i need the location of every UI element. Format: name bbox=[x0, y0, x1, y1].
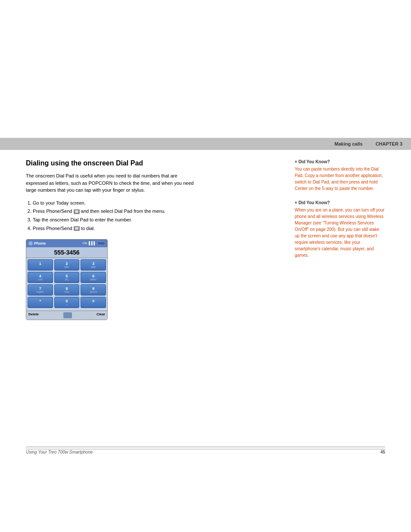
keypad-row-4: * 0+ # bbox=[28, 297, 106, 308]
step-2: Press Phone/Send ☎ and then select Dial … bbox=[33, 207, 194, 216]
phone-keypad: 1 2ABC 3DEF 4GHI 5JKL 6MNO 7PQRS 8TUV 9W… bbox=[26, 258, 107, 311]
keypad-row-1: 1 2ABC 3DEF bbox=[28, 259, 106, 271]
dyk2-text: When you are on a plane, you can turn of… bbox=[295, 207, 385, 258]
step-4: Press Phone/Send ☎ to dial. bbox=[33, 224, 194, 233]
right-column: Did You Know? You can paste numbers dire… bbox=[295, 159, 385, 267]
key-2[interactable]: 2ABC bbox=[54, 259, 80, 271]
key-star[interactable]: * bbox=[28, 297, 53, 308]
key-0[interactable]: 0+ bbox=[54, 297, 80, 308]
dyk-block-2: Did You Know? When you are on a plane, y… bbox=[295, 200, 385, 258]
phone-app-name: Phone bbox=[34, 241, 46, 246]
phone-display: 555-3456 bbox=[26, 247, 107, 258]
steps-list: Go to your Today screen. Press Phone/Sen… bbox=[33, 199, 194, 233]
keypad-row-2: 4GHI 5JKL 6MNO bbox=[28, 272, 106, 283]
header-making-calls: Making calls bbox=[334, 141, 362, 146]
key-4[interactable]: 4GHI bbox=[28, 272, 53, 283]
dyk1-text: You can paste numbers directly into the … bbox=[295, 166, 385, 192]
key-6[interactable]: 6MNO bbox=[81, 272, 106, 283]
phone-simulator: Phone OK ▌▌▌ 555-3456 1 2ABC 3DEF 4GHI 5… bbox=[26, 239, 108, 320]
key-hash[interactable]: # bbox=[81, 297, 106, 308]
header-bar: Making calls CHAPTER 3 bbox=[0, 138, 411, 150]
keypad-row-3: 7PQRS 8TUV 9WXYZ bbox=[28, 284, 106, 296]
delete-button[interactable]: Delete bbox=[28, 312, 39, 318]
phone-logo-icon bbox=[28, 241, 33, 246]
ok-icon: OK bbox=[82, 241, 87, 245]
key-3[interactable]: 3DEF bbox=[81, 259, 106, 271]
key-9[interactable]: 9WXYZ bbox=[81, 284, 106, 296]
dyk-block-1: Did You Know? You can paste numbers dire… bbox=[295, 159, 385, 192]
battery-icon bbox=[97, 242, 105, 245]
key-5[interactable]: 5JKL bbox=[54, 272, 80, 283]
signal-icon: ▌▌▌ bbox=[89, 241, 96, 245]
section-title: Dialing using the onscreen Dial Pad bbox=[26, 159, 194, 167]
menu-icon[interactable] bbox=[63, 312, 72, 318]
step-1: Go to your Today screen. bbox=[33, 199, 194, 208]
left-column: Dialing using the onscreen Dial Pad The … bbox=[26, 159, 194, 320]
section-intro: The onscreen Dial Pad is useful when you… bbox=[26, 172, 194, 194]
phone-title-bar: Phone OK ▌▌▌ bbox=[26, 240, 107, 247]
footer-page-number: 45 bbox=[380, 450, 385, 454]
step-3: Tap the onscreen Dial Pad to enter the n… bbox=[33, 216, 194, 224]
key-1[interactable]: 1 bbox=[28, 259, 53, 271]
key-8[interactable]: 8TUV bbox=[54, 284, 80, 296]
phone-status-icons: OK ▌▌▌ bbox=[82, 241, 105, 245]
phone-bottom-bar: Delete Clear bbox=[26, 311, 107, 320]
clear-button[interactable]: Clear bbox=[97, 312, 105, 318]
dyk2-header: Did You Know? bbox=[295, 200, 385, 205]
footer: Using Your Treo 700w Smartphone 45 bbox=[26, 447, 385, 454]
key-7[interactable]: 7PQRS bbox=[28, 284, 53, 296]
header-chapter: CHAPTER 3 bbox=[376, 141, 402, 146]
footer-left-text: Using Your Treo 700w Smartphone bbox=[26, 450, 93, 454]
dyk1-header: Did You Know? bbox=[295, 159, 385, 164]
